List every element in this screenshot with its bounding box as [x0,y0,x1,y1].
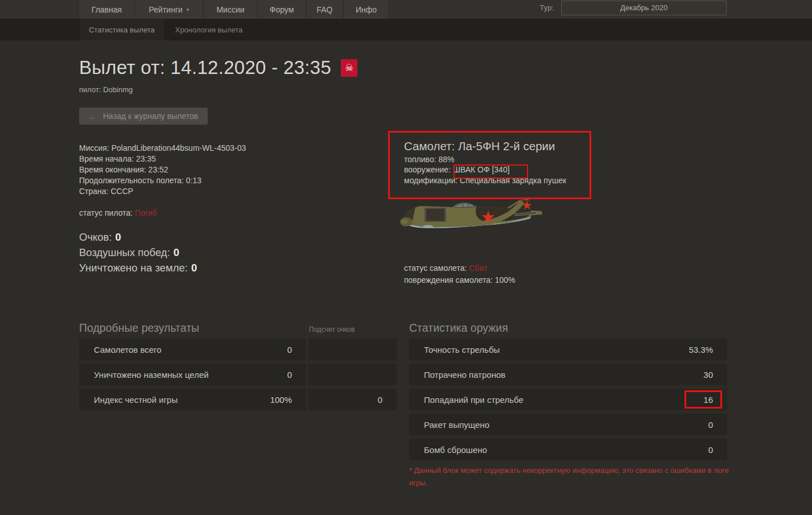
detailed-results-title: Подробные результаты [79,322,199,335]
aircraft-status-row: статус самолета: Сбит [404,262,516,274]
page-title: Вылет от: 14.12.2020 - 23:35 [79,57,331,79]
header: Вылет от: 14.12.2020 - 23:35 ☠ [79,57,357,79]
table-row: Уничтожено наземных целей0 [79,364,306,385]
nav-item-faq[interactable]: FAQ [306,0,343,19]
aircraft-fuel-row: топливо: 88% [404,154,566,164]
table-row: Потрачено патронов30 [409,364,727,385]
skull-icon: ☠ [345,63,353,73]
table-row: Индекс честной игры100% [79,389,306,410]
pilot-status-label: статус пилота: [79,208,133,217]
weapon-stats-title: Статистика оружия [409,322,508,335]
left-arrow-icon: ← [89,112,97,121]
nav-item-label: FAQ [316,5,332,14]
tab-label: Хронология вылета [175,26,243,34]
aircraft-info: топливо: 88% вооружение: ШВАК ОФ [340] м… [404,154,566,186]
aircraft-side-view-image [393,199,552,240]
score-cell [308,339,397,360]
main-menu: Главная Рейтинги▾ Миссии Форум FAQ Инфо [79,0,389,19]
nav-item-label: Инфо [356,5,377,14]
score-row: Очков:0 [79,229,197,245]
chevron-down-icon: ▾ [187,7,189,13]
tour-selected-value: Декабрь 2020 [620,3,667,12]
score-row: Уничтожено на земле:0 [79,260,197,275]
back-button-label: Назад к журналу вылетов [103,112,198,121]
aircraft-status-label: статус самолета: [404,263,467,273]
pilot-name: Dobinmg [103,85,133,94]
nav-item-label: Миссии [216,5,244,14]
tour-label: Тур: [540,3,554,12]
top-navbar: Главная Рейтинги▾ Миссии Форум FAQ Инфо … [0,0,812,19]
nav-item-forum[interactable]: Форум [257,0,306,19]
tab-sortie-chronology[interactable]: Хронология вылета [164,19,254,40]
score-summary: Очков:0 Воздушных побед:0 Уничтожено на … [79,229,197,275]
tab-label: Статистика вылета [89,26,155,34]
nav-item-ratings[interactable]: Рейтинги▾ [134,0,203,19]
pilot-label: пилот: [79,85,101,94]
weapon-stats-footnote: * Данный блок может содержать некорректн… [409,464,731,489]
table-row: Ракет выпущено0 [409,414,727,435]
mission-row: Продолжительность полета: 0:13 [79,175,246,186]
pilot-line: пилот: Dobinmg [79,85,133,94]
nav-item-label: Главная [92,5,122,14]
pilot-killed-badge: ☠ [341,59,357,77]
table-row: Попаданий при стрельбе16 [409,389,727,410]
tour-selector-group: Тур: Декабрь 2020 [540,0,727,15]
nav-item-info[interactable]: Инфо [343,0,389,19]
mission-info: Миссия: PolandLiberation44bsum-WL-4503-0… [79,143,246,197]
score-cell [308,364,397,385]
tab-strip: Статистика вылета Хронология вылета [0,19,812,40]
tab-sortie-statistics[interactable]: Статистика вылета [80,19,164,40]
mission-row: Время окончания: 23:52 [79,164,246,175]
nav-item-label: Рейтинги [149,5,183,14]
nav-item-home[interactable]: Главная [79,0,134,19]
nav-item-missions[interactable]: Миссии [203,0,257,19]
mission-row: Время начала: 23:35 [79,154,246,164]
score-row: Воздушных побед:0 [79,245,197,260]
mission-row: Миссия: PolandLiberation44bsum-WL-4503-0… [79,143,246,154]
aircraft-weapon-value: ШВАК ОФ [340] [453,165,510,174]
table-row: Самолетов всего0 [79,339,306,360]
pilot-status: статус пилота: Погиб [79,208,157,217]
flight-stats-page: Главная Рейтинги▾ Миссии Форум FAQ Инфо … [0,0,812,515]
aircraft-damage-label: повреждения самолета: [404,275,493,285]
aircraft-damage-value: 100% [495,275,516,285]
mission-row: Страна: СССР [79,186,246,197]
aircraft-weapon-row: вооружение: ШВАК ОФ [340] [404,164,566,175]
aircraft-title: Самолет: Ла-5ФН 2-й серии [404,139,555,153]
aircraft-mods-row: модификации: Специальная зарядка пушек [404,175,566,186]
nav-item-label: Форум [270,5,294,14]
score-cell: 0 [308,389,397,410]
pilot-status-value: Погиб [135,208,157,217]
back-to-sorties-button[interactable]: ← Назад к журналу вылетов [79,108,208,125]
tour-select[interactable]: Декабрь 2020 [561,1,727,15]
score-column-header: Подсчет очков [309,326,355,333]
aircraft-status-block: статус самолета: Сбит повреждения самоле… [404,262,516,286]
aircraft-damage-row: повреждения самолета: 100% [404,274,516,286]
table-row: Точность стрельбы53.3% [409,339,727,360]
table-row: Бомб сброшено0 [409,439,727,460]
aircraft-status-value: Сбит [469,263,487,273]
